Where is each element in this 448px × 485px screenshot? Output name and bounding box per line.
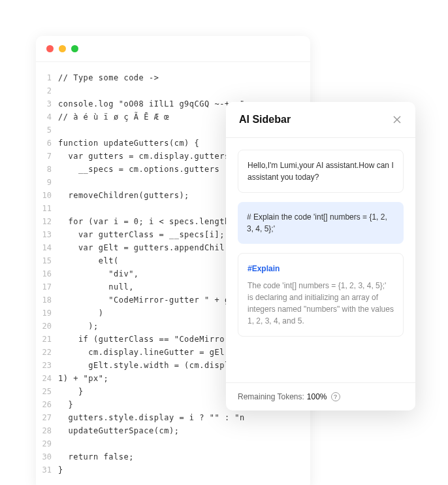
line-number-gutter: 1234567891011121314151617181920212223242… (36, 71, 58, 477)
line-number: 8 (36, 163, 52, 176)
maximize-window-button[interactable] (71, 45, 78, 52)
ai-greeting-message: Hello,I'm Lumi,your AI assistant.How can… (238, 150, 404, 193)
code-line[interactable]: // à é ù ï ø ç Ã Ē Æ œ (58, 110, 250, 124)
line-number: 25 (36, 385, 52, 398)
code-line[interactable] (58, 176, 250, 189)
code-line[interactable]: var gutterClass = __specs[i]; (58, 228, 250, 241)
code-line[interactable]: __specs = cm.options.gutters (58, 163, 250, 176)
code-line[interactable]: console.log "oO08 iIlL1 g9qCGQ ~-+=>"; (58, 97, 250, 110)
line-number: 14 (36, 241, 52, 254)
code-line[interactable]: removeChildren(gutters); (58, 189, 250, 202)
ai-sidebar-title: AI Sidebar (239, 114, 291, 125)
line-number: 27 (36, 411, 52, 424)
response-heading: #Explain (248, 263, 394, 275)
code-line[interactable]: updateGutterSpace(cm); (58, 424, 250, 437)
line-number: 11 (36, 202, 52, 215)
tokens-label: Remaining Tokens: (238, 392, 304, 401)
line-number: 9 (36, 176, 52, 189)
code-line[interactable]: } (58, 398, 250, 411)
line-number: 6 (36, 137, 52, 150)
ai-sidebar-header: AI Sidebar (226, 102, 415, 138)
code-line[interactable]: elt( (58, 254, 250, 267)
code-line[interactable]: for (var i = 0; i < specs.length; + (58, 215, 250, 228)
close-icon (392, 114, 402, 125)
code-line[interactable]: // Type some code -> (58, 71, 250, 84)
line-number: 20 (36, 320, 52, 333)
line-number: 24 (36, 372, 52, 385)
line-number: 3 (36, 97, 52, 110)
line-number: 19 (36, 307, 52, 320)
line-number: 23 (36, 359, 52, 372)
line-number: 26 (36, 398, 52, 411)
code-line[interactable]: "CodeMirror-gutter " + g (58, 293, 250, 307)
line-number: 22 (36, 346, 52, 359)
line-number: 13 (36, 228, 52, 241)
code-line[interactable]: gElt.style.width = (cm.displ (58, 359, 250, 372)
window-controls (36, 36, 310, 62)
code-line[interactable] (58, 84, 250, 97)
code-line[interactable]: var gutters = cm.display.gutters (58, 150, 250, 163)
minimize-window-button[interactable] (59, 45, 66, 52)
ai-sidebar-footer: Remaining Tokens: 100% ? (226, 382, 415, 410)
line-number: 29 (36, 437, 52, 450)
code-line[interactable]: ); (58, 320, 250, 333)
code-line[interactable]: function updateGutters(cm) { (58, 137, 250, 150)
tokens-value: 100% (307, 392, 327, 401)
line-number: 18 (36, 293, 52, 307)
ai-response-message: #Explain The code 'int[] numbers = {1, 2… (238, 253, 404, 337)
line-number: 15 (36, 254, 52, 267)
line-number: 21 (36, 333, 52, 346)
code-line[interactable]: ) (58, 307, 250, 320)
code-line[interactable] (58, 437, 250, 450)
code-line[interactable]: if (gutterClass == "CodeMirro (58, 333, 250, 346)
line-number: 7 (36, 150, 52, 163)
code-line[interactable]: null, (58, 280, 250, 293)
line-number: 12 (36, 215, 52, 228)
code-line[interactable]: var gElt = gutters.appendChil (58, 241, 250, 254)
code-line[interactable] (58, 202, 250, 215)
response-text: The code 'int[] numbers = {1, 2, 3, 4, 5… (248, 280, 394, 327)
code-line[interactable]: gutters.style.display = i ? "" : "n (58, 411, 250, 424)
line-number: 1 (36, 71, 52, 84)
code-line[interactable]: return false; (58, 450, 250, 463)
ai-sidebar-panel: AI Sidebar Hello,I'm Lumi,your AI assist… (226, 102, 415, 410)
code-line[interactable] (58, 124, 250, 137)
close-sidebar-button[interactable] (392, 114, 402, 125)
line-number: 31 (36, 463, 52, 477)
code-content[interactable]: // Type some code -> console.log "oO08 i… (58, 71, 250, 477)
line-number: 10 (36, 189, 52, 202)
line-number: 30 (36, 450, 52, 463)
line-number: 4 (36, 110, 52, 124)
line-number: 2 (36, 84, 52, 97)
line-number: 5 (36, 124, 52, 137)
code-line[interactable]: "div", (58, 267, 250, 280)
line-number: 17 (36, 280, 52, 293)
code-line[interactable]: 1) + "px"; (58, 372, 250, 385)
code-line[interactable]: } (58, 463, 250, 477)
help-icon[interactable]: ? (331, 392, 340, 401)
ai-sidebar-body: Hello,I'm Lumi,your AI assistant.How can… (226, 138, 415, 382)
code-line[interactable]: } (58, 385, 250, 398)
code-line[interactable]: cm.display.lineGutter = gEl (58, 346, 250, 359)
line-number: 28 (36, 424, 52, 437)
close-window-button[interactable] (46, 45, 54, 52)
line-number: 16 (36, 267, 52, 280)
user-query-message: # Explain the code 'int[] numbers = {1, … (238, 202, 404, 244)
